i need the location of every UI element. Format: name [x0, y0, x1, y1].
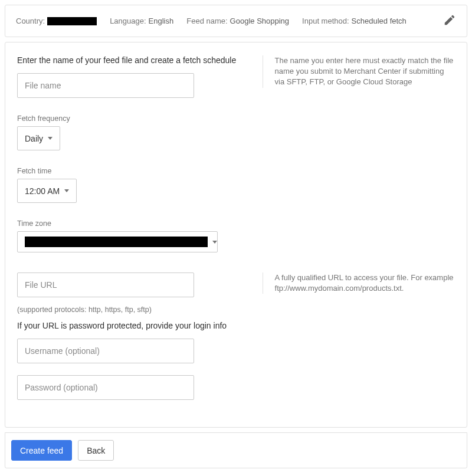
form-title: Enter the name of your feed file and cre… [17, 55, 251, 65]
summary-input-method-label: Input method: [302, 17, 349, 25]
chevron-down-icon [64, 189, 69, 192]
file-url-help: A fully qualified URL to access your fil… [263, 273, 455, 294]
summary-country: Country: [16, 17, 97, 25]
feed-summary-left: Country: Language: English Feed name: Go… [16, 17, 407, 25]
fetch-time-block: Fetch time 12:00 AM [17, 167, 455, 203]
summary-language: Language: English [110, 17, 173, 25]
time-zone-block: Time zone [17, 219, 455, 252]
username-input[interactable] [17, 339, 194, 363]
summary-country-label: Country: [16, 17, 45, 25]
summary-input-method: Input method: Scheduled fetch [302, 17, 407, 25]
file-url-row: (supported protocols: http, https, ftp, … [17, 273, 455, 412]
back-button[interactable]: Back [78, 440, 114, 461]
summary-feed-name-value: Google Shopping [230, 17, 289, 25]
summary-feed-name-label: Feed name: [186, 17, 227, 25]
fetch-frequency-label: Fetch frequency [17, 114, 455, 123]
time-zone-label: Time zone [17, 219, 455, 228]
summary-country-value-redacted [47, 17, 97, 25]
summary-input-method-value: Scheduled fetch [352, 17, 407, 25]
password-input[interactable] [17, 375, 194, 400]
summary-language-label: Language: [110, 17, 146, 25]
edit-icon[interactable] [443, 14, 456, 28]
file-name-row: Enter the name of your feed file and cre… [17, 55, 455, 98]
file-url-input[interactable] [17, 273, 194, 297]
time-zone-select[interactable] [17, 231, 218, 252]
fetch-time-label: Fetch time [17, 167, 455, 175]
file-name-help: The name you enter here must exactly mat… [263, 55, 455, 88]
chevron-down-icon [48, 137, 53, 140]
fetch-frequency-value: Daily [25, 134, 43, 143]
password-note: If your URL is password protected, provi… [17, 321, 251, 330]
auth-block [17, 339, 251, 412]
fetch-time-select[interactable]: 12:00 AM [17, 179, 77, 203]
fetch-frequency-block: Fetch frequency Daily [17, 114, 455, 150]
footer-bar: Create feed Back [5, 432, 467, 468]
feed-summary-bar: Country: Language: English Feed name: Go… [5, 5, 467, 37]
fetch-frequency-select[interactable]: Daily [17, 126, 60, 150]
summary-feed-name: Feed name: Google Shopping [186, 17, 289, 25]
protocols-hint: (supported protocols: http, https, ftp, … [17, 306, 251, 314]
summary-language-value: English [149, 17, 174, 25]
fetch-time-value: 12:00 AM [25, 186, 60, 196]
time-zone-value-redacted [25, 237, 208, 247]
create-feed-button[interactable]: Create feed [11, 440, 72, 461]
file-name-input[interactable] [17, 73, 194, 98]
chevron-down-icon [212, 241, 217, 244]
feed-form-panel: Enter the name of your feed file and cre… [5, 42, 467, 428]
